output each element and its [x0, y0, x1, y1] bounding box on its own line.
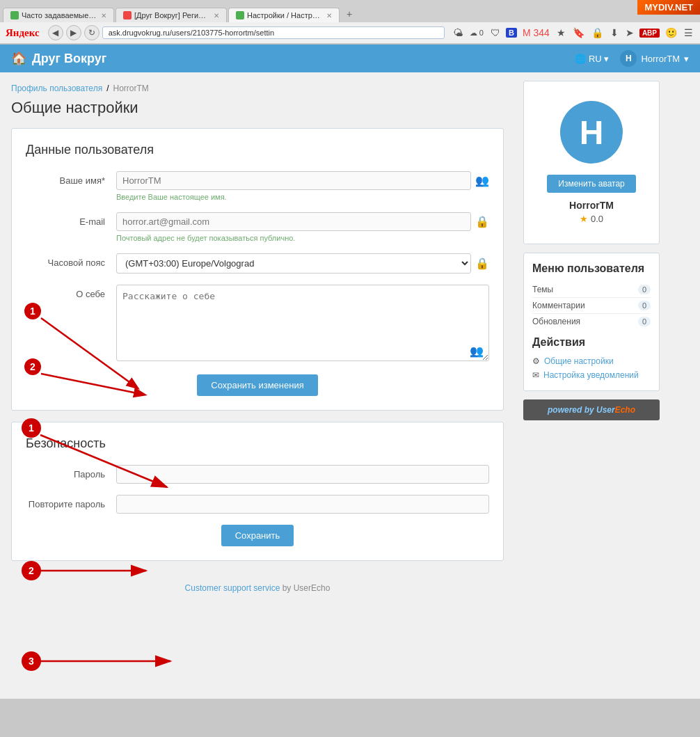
- shield-icon: 🛡: [489, 26, 502, 40]
- back-button[interactable]: ◀: [48, 25, 63, 40]
- action-notifications-label: Настройка уведомлений: [543, 370, 639, 380]
- textarea-wrap: 👥: [116, 285, 489, 363]
- actions-title: Действия: [532, 336, 651, 349]
- email-input-wrap: 🔒: [116, 212, 489, 231]
- b-icon: B: [506, 28, 517, 38]
- security-title: Безопасность: [26, 436, 489, 451]
- save-changes-button[interactable]: Сохранить изменения: [197, 374, 318, 396]
- tab-3[interactable]: Настройки / Настройки п... ✕: [228, 8, 340, 22]
- main-container: Профиль пользователя / HorrorTM Общие на…: [0, 72, 700, 699]
- action-general-settings[interactable]: ⚙ Общие настройки: [532, 354, 651, 368]
- address-input[interactable]: [102, 26, 445, 39]
- tab-bar: Часто задаваемые вопрос... ✕ [Друг Вокру…: [0, 0, 700, 22]
- tab1-close[interactable]: ✕: [101, 12, 106, 19]
- action-notifications[interactable]: ✉ Настройка уведомлений: [532, 368, 651, 382]
- rating-star-icon: ★: [580, 214, 588, 224]
- timezone-field: (GMT+03:00) Europe/Volgograd 🔒: [116, 253, 489, 274]
- page-title: Общие настройки: [11, 99, 504, 117]
- menu-topics-count: 0: [638, 285, 651, 294]
- gmail-icon: M 344: [521, 26, 551, 40]
- breadcrumb-separator: /: [106, 84, 109, 93]
- language-selector[interactable]: 🌐 RU ▾: [575, 54, 609, 64]
- star-toolbar-icon[interactable]: ★: [555, 26, 567, 40]
- menu-widget: Меню пользователя Темы 0 Комментарии 0 О…: [523, 253, 660, 391]
- email-label: E-mail: [26, 212, 116, 227]
- save-security-button[interactable]: Сохранить: [221, 525, 294, 546]
- settings-icon: ⚙: [532, 356, 540, 366]
- weather-icon: 🌤: [452, 26, 464, 40]
- repeat-password-input[interactable]: [116, 495, 489, 514]
- breadcrumb-profile-link[interactable]: Профиль пользователя: [11, 84, 102, 93]
- menu-item-comments[interactable]: Комментарии 0: [532, 298, 651, 314]
- user-data-title: Данные пользователя: [26, 143, 489, 157]
- name-hint: Введите Ваше настоящее имя.: [116, 193, 489, 201]
- user-menu[interactable]: H HorrorTM ▾: [620, 50, 689, 67]
- timezone-lock-icon: 🔒: [475, 257, 489, 270]
- email-input[interactable]: [116, 212, 471, 231]
- repeat-password-label: Повторите пароль: [26, 495, 116, 509]
- about-textarea[interactable]: [116, 285, 489, 361]
- change-avatar-button[interactable]: Изменить аватар: [547, 175, 636, 193]
- tab3-close[interactable]: ✕: [326, 12, 332, 19]
- security-section: Безопасность Пароль Повторите пароль: [11, 422, 504, 561]
- browser-chrome: Часто задаваемые вопрос... ✕ [Друг Вокру…: [0, 0, 700, 45]
- content-area: Профиль пользователя / HorrorTM Общие на…: [0, 72, 515, 699]
- actions-section: Действия ⚙ Общие настройки ✉ Настройка у…: [532, 336, 651, 382]
- menu-updates-label: Обновления: [532, 317, 580, 326]
- download-icon[interactable]: ⬇: [609, 26, 620, 40]
- abp-icon[interactable]: ABP: [639, 29, 660, 38]
- name-input[interactable]: [116, 171, 471, 190]
- form-actions: Сохранить изменения: [26, 374, 489, 396]
- lock-icon: 🔒: [590, 26, 605, 40]
- repeat-password-row: Повторите пароль: [26, 495, 489, 514]
- password-input[interactable]: [116, 465, 489, 484]
- powered-by-widget: powered by UserEcho: [523, 399, 660, 420]
- avatar-widget: H Изменить аватар HorrorTM ★ 0.0: [523, 81, 660, 244]
- avatar-letter: H: [580, 113, 604, 152]
- forward-button[interactable]: ▶: [66, 25, 81, 40]
- menu-topics-label: Темы: [532, 285, 553, 294]
- name-field: 👥 Введите Ваше настоящее имя.: [116, 171, 489, 201]
- refresh-button[interactable]: ↻: [84, 25, 100, 40]
- menu-item-updates[interactable]: Обновления 0: [532, 314, 651, 329]
- user-menu-chevron: ▾: [684, 54, 689, 64]
- timezone-label: Часовой пояс: [26, 253, 116, 268]
- address-bar: Яндекс ◀ ▶ ↻ 🌤 ☁ 0 🛡 B M 344 ★ 🔖 🔒 ⬇ ➤ A…: [0, 22, 700, 44]
- lock-field-icon: 🔒: [475, 215, 489, 228]
- rating-value: 0.0: [591, 214, 603, 224]
- about-field: 👥: [116, 285, 489, 363]
- mydiv-badge: MYDIV.NET: [637, 0, 700, 15]
- action-general-label: Общие настройки: [544, 356, 614, 366]
- tab1-title: Часто задаваемые вопрос...: [22, 11, 97, 19]
- cloud-icon: ☁ 0: [468, 27, 485, 39]
- footer-suffix: by UserEcho: [283, 583, 331, 593]
- about-label: О себе: [26, 285, 116, 299]
- breadcrumb: Профиль пользователя / HorrorTM: [11, 84, 504, 93]
- tab-2[interactable]: [Друг Вокруг] Регистраци... ✕: [116, 8, 227, 22]
- menu-icon[interactable]: ☰: [683, 26, 694, 40]
- new-tab-button[interactable]: +: [341, 6, 358, 22]
- tab-1[interactable]: Часто задаваемые вопрос... ✕: [3, 8, 114, 22]
- app-header: 🏠 Друг Вокруг 🌐 RU ▾ H HorrorTM ▾: [0, 45, 700, 72]
- smiley-icon: 🙂: [664, 26, 678, 40]
- tab2-close[interactable]: ✕: [214, 12, 219, 19]
- tab2-title: [Друг Вокруг] Регистраци...: [134, 11, 209, 19]
- bookmark-icon[interactable]: 🔖: [571, 26, 586, 40]
- avatar-circle: H: [560, 101, 623, 164]
- app-logo[interactable]: 🏠 Друг Вокруг: [11, 51, 106, 66]
- sidebar: H Изменить аватар HorrorTM ★ 0.0 Меню по…: [515, 72, 668, 699]
- user-menu-name: HorrorTM: [641, 54, 680, 64]
- timezone-select-wrap: (GMT+03:00) Europe/Volgograd 🔒: [116, 253, 489, 274]
- timezone-select[interactable]: (GMT+03:00) Europe/Volgograd: [116, 253, 471, 274]
- home-icon: 🏠: [11, 51, 26, 66]
- menu-comments-count: 0: [638, 301, 651, 310]
- arrow-right-icon[interactable]: ➤: [624, 26, 635, 40]
- tab3-title: Настройки / Настройки п...: [247, 11, 322, 19]
- customer-support-link[interactable]: Customer support service: [185, 583, 280, 593]
- password-label: Пароль: [26, 465, 116, 480]
- page-footer: Customer support service by UserEcho: [11, 572, 504, 604]
- menu-title: Меню пользователя: [532, 262, 651, 275]
- mail-icon: ✉: [532, 370, 539, 380]
- header-right: 🌐 RU ▾ H HorrorTM ▾: [575, 50, 689, 67]
- menu-item-topics[interactable]: Темы 0: [532, 282, 651, 298]
